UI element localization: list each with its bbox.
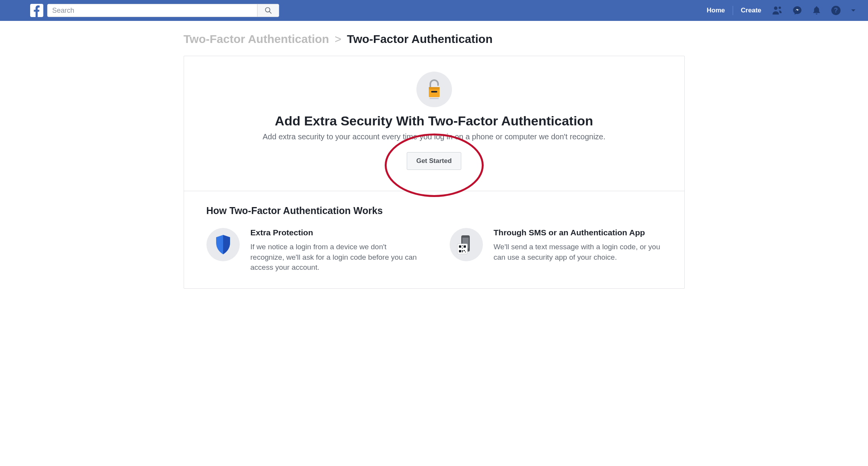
messenger-icon[interactable] xyxy=(788,3,806,18)
how-item-extra-protection: Extra Protection If we notice a login fr… xyxy=(206,228,419,273)
svg-rect-7 xyxy=(429,87,440,89)
search-button[interactable] xyxy=(257,4,279,17)
facebook-logo[interactable] xyxy=(30,4,43,17)
svg-text:?: ? xyxy=(834,7,838,14)
hero-section: Add Extra Security With Two-Factor Authe… xyxy=(184,56,684,191)
phone-qr-icon xyxy=(450,228,483,261)
get-started-button[interactable]: Get Started xyxy=(407,152,462,170)
home-link[interactable]: Home xyxy=(701,3,730,17)
help-icon[interactable]: ? xyxy=(827,3,845,18)
search-icon xyxy=(264,7,272,14)
how-item-title: Through SMS or an Authentication App xyxy=(494,228,662,237)
svg-rect-20 xyxy=(462,245,463,246)
svg-rect-17 xyxy=(464,250,465,251)
how-item-title: Extra Protection xyxy=(251,228,419,237)
nav-divider xyxy=(733,6,733,15)
hero-title: Add Extra Security With Two-Factor Authe… xyxy=(200,113,669,128)
svg-point-2 xyxy=(774,7,778,10)
how-it-works-section: How Two-Factor Authentication Works Extr… xyxy=(184,191,684,288)
shield-icon xyxy=(206,228,240,261)
svg-rect-21 xyxy=(462,250,463,252)
how-row: Extra Protection If we notice a login fr… xyxy=(206,228,662,273)
hero-subtitle: Add extra security to your account every… xyxy=(200,132,669,141)
friend-requests-icon[interactable] xyxy=(768,3,787,18)
svg-point-3 xyxy=(779,7,781,9)
breadcrumb: Two-Factor Authentication > Two-Factor A… xyxy=(184,33,685,56)
padlock-icon xyxy=(416,72,452,107)
how-item-body: If we notice a login from a device we do… xyxy=(251,242,419,273)
svg-rect-16 xyxy=(459,250,461,252)
tfa-card: Add Extra Security With Two-Factor Authe… xyxy=(184,56,685,289)
svg-rect-18 xyxy=(465,252,466,252)
search-bar xyxy=(47,4,279,17)
search-input[interactable] xyxy=(48,4,257,17)
svg-line-1 xyxy=(269,12,271,14)
create-link[interactable]: Create xyxy=(735,3,767,17)
svg-rect-14 xyxy=(459,245,461,248)
facebook-f-icon xyxy=(32,5,41,17)
topbar-right: Home Create ? xyxy=(701,3,860,18)
how-item-body: We'll send a text message with a login c… xyxy=(494,242,662,262)
account-menu-icon[interactable] xyxy=(846,5,860,16)
svg-rect-9 xyxy=(430,98,439,99)
svg-rect-13 xyxy=(457,244,467,254)
svg-rect-8 xyxy=(431,91,437,93)
topbar: Home Create ? xyxy=(0,0,868,21)
notifications-icon[interactable] xyxy=(808,3,825,18)
how-item-sms-app: Through SMS or an Authentication App We'… xyxy=(450,228,662,273)
breadcrumb-parent-link[interactable]: Two-Factor Authentication xyxy=(184,33,329,45)
how-heading: How Two-Factor Authentication Works xyxy=(206,205,662,216)
svg-rect-15 xyxy=(464,245,466,248)
svg-rect-19 xyxy=(462,248,463,248)
breadcrumb-current: Two-Factor Authentication xyxy=(347,33,493,45)
breadcrumb-separator: > xyxy=(334,33,341,45)
page-content: Two-Factor Authentication > Two-Factor A… xyxy=(184,21,685,300)
